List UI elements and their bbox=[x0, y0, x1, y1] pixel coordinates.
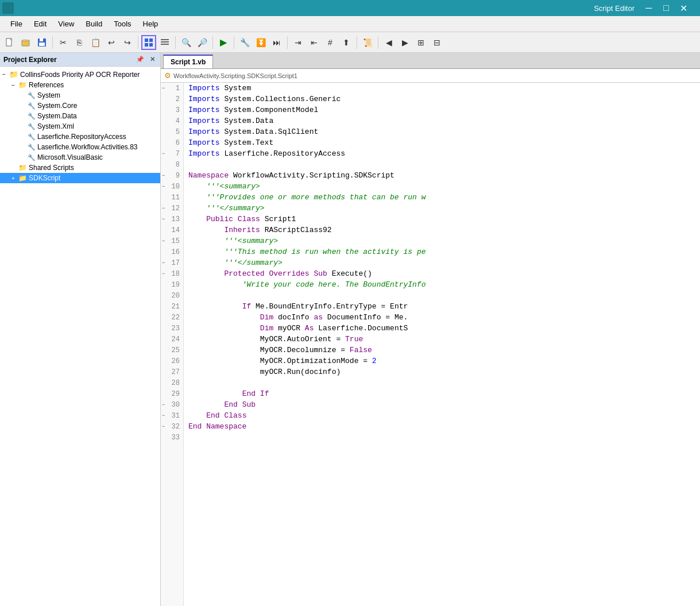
new-button[interactable] bbox=[2, 35, 17, 50]
code-line-5[interactable]: Imports System.Data.SqlClient bbox=[184, 126, 700, 137]
tree-label-laserfiche-workflow: Laserfiche.Workflow.Activities.83 bbox=[37, 143, 138, 151]
cut-button[interactable]: ✂ bbox=[56, 35, 71, 50]
line-15: −15 bbox=[161, 236, 183, 246]
line-19: 19 bbox=[161, 279, 183, 290]
outdent-button[interactable]: ⇤ bbox=[307, 35, 322, 50]
tree-label-microsoft-vb: Microsoft.VisualBasic bbox=[37, 153, 103, 161]
tree-toggle-sdkscript[interactable]: + bbox=[11, 175, 18, 182]
tab-script1[interactable]: Script 1.vb bbox=[163, 55, 213, 68]
code-line-4[interactable]: Imports System.Data bbox=[184, 115, 700, 126]
line-28: 28 bbox=[161, 377, 183, 388]
code-line-15[interactable]: '''<summary> bbox=[184, 236, 700, 246]
code-line-14[interactable]: Inherits RAScriptClass92 bbox=[184, 225, 700, 236]
line-22: 22 bbox=[161, 312, 183, 323]
nav-back-button[interactable]: ◀ bbox=[381, 35, 396, 50]
run-button[interactable]: ▶ bbox=[216, 35, 231, 50]
comment-button[interactable]: # bbox=[323, 35, 338, 50]
tree-icon-shared-scripts: 📁 bbox=[18, 164, 27, 172]
code-line-7[interactable]: Imports Laserfiche.RepositoryAccess bbox=[184, 148, 700, 159]
code-line-12[interactable]: '''</summary> bbox=[184, 203, 700, 214]
code-line-24[interactable]: MyOCR.AutoOrient = True bbox=[184, 334, 700, 345]
copy-button[interactable]: ⎘ bbox=[72, 35, 87, 50]
open-button[interactable] bbox=[18, 35, 33, 50]
code-line-9[interactable]: Namespace WorkflowActivity.Scripting.SDK… bbox=[184, 170, 700, 181]
code-line-23[interactable]: Dim myOCR As Laserfiche.DocumentS bbox=[184, 323, 700, 334]
tree-item-references[interactable]: − 📁 References bbox=[0, 80, 160, 90]
pe-close-button[interactable]: ✕ bbox=[148, 55, 157, 64]
code-line-17[interactable]: '''</summary> bbox=[184, 257, 700, 268]
code-line-32[interactable]: End Namespace bbox=[184, 421, 700, 432]
close-button[interactable]: ✕ bbox=[676, 1, 691, 16]
find-button[interactable]: 🔍 bbox=[179, 35, 194, 50]
code-line-19[interactable]: 'Write your code here. The BoundEntryInf… bbox=[184, 279, 700, 290]
code-line-27[interactable]: myOCR.Run(docinfo) bbox=[184, 366, 700, 377]
code-line-22[interactable]: Dim docInfo as DocumentInfo = Me. bbox=[184, 312, 700, 323]
line-6: 6 bbox=[161, 137, 183, 148]
nav-forward-button[interactable]: ▶ bbox=[397, 35, 412, 50]
find-replace-button[interactable]: 🔎 bbox=[195, 35, 210, 50]
code-line-3[interactable]: Imports System.ComponentModel bbox=[184, 105, 700, 115]
paste-button[interactable]: 📋 bbox=[88, 35, 103, 50]
code-line-21[interactable]: If Me.BoundEntryInfo.EntryType = Entr bbox=[184, 301, 700, 312]
tree-label-system-xml: System.Xml bbox=[37, 122, 74, 130]
uncomment-button[interactable]: ⬆ bbox=[339, 35, 354, 50]
menu-tools[interactable]: Tools bbox=[108, 17, 137, 30]
tree-item-system[interactable]: 🔧 System bbox=[0, 90, 160, 101]
line-1: −1 bbox=[161, 83, 183, 94]
code-line-29[interactable]: End If bbox=[184, 388, 700, 399]
pe-pin-button[interactable]: 📌 bbox=[134, 55, 146, 64]
minimize-button[interactable]: ─ bbox=[641, 1, 656, 16]
code-line-18[interactable]: Protected Overrides Sub Execute() bbox=[184, 268, 700, 279]
code-line-1[interactable]: Imports System bbox=[184, 83, 700, 94]
menu-help[interactable]: Help bbox=[137, 17, 164, 30]
menu-edit[interactable]: Edit bbox=[28, 17, 52, 30]
code-line-25[interactable]: MyOCR.Decolumnize = False bbox=[184, 345, 700, 356]
code-line-11[interactable]: '''Provides one or more methods that can… bbox=[184, 192, 700, 203]
extra2-button[interactable]: ⊟ bbox=[430, 35, 444, 50]
tree-item-laserfiche-repo[interactable]: 🔧 Laserfiche.RepositoryAccess bbox=[0, 132, 160, 142]
toolbar: ✂ ⎘ 📋 ↩ ↪ 🔍 🔎 ▶ 🔧 ⏬ ⏭ ⇥ ⇤ # ⬆ 📜 ◀ ▶ ⊞ ⊟ bbox=[0, 32, 700, 53]
tree-item-shared-scripts[interactable]: 📁 Shared Scripts bbox=[0, 163, 160, 173]
tree-item-root[interactable]: − 📁 CollinsFoods Priority AP OCR Reporte… bbox=[0, 69, 160, 80]
redo-button[interactable]: ↪ bbox=[120, 35, 135, 50]
code-content[interactable]: Imports System Imports System.Collection… bbox=[184, 83, 700, 606]
code-editor[interactable]: −1 2 3 4 5 6 −7 8 −9 −10 11 −12 −13 14 −… bbox=[161, 83, 700, 606]
maximize-button[interactable]: □ bbox=[659, 1, 674, 16]
line-17: −17 bbox=[161, 257, 183, 268]
line-27: 27 bbox=[161, 366, 183, 377]
code-line-33[interactable] bbox=[184, 432, 700, 443]
code-line-30[interactable]: End Sub bbox=[184, 399, 700, 410]
tree-item-laserfiche-workflow[interactable]: 🔧 Laserfiche.Workflow.Activities.83 bbox=[0, 142, 160, 152]
undo-button[interactable]: ↩ bbox=[104, 35, 119, 50]
tree-item-system-core[interactable]: 🔧 System.Core bbox=[0, 101, 160, 111]
code-line-13[interactable]: Public Class Script1 bbox=[184, 214, 700, 225]
tree-item-microsoft-vb[interactable]: 🔧 Microsoft.VisualBasic bbox=[0, 152, 160, 163]
tree-toggle-root[interactable]: − bbox=[2, 71, 9, 78]
code-line-6[interactable]: Imports System.Text bbox=[184, 137, 700, 148]
code-line-16[interactable]: '''This method is run when the activity … bbox=[184, 246, 700, 257]
code-line-2[interactable]: Imports System.Collections.Generic bbox=[184, 94, 700, 105]
tree-item-sdkscript[interactable]: + 📁 SDKScript bbox=[0, 173, 160, 183]
script-button[interactable]: 📜 bbox=[360, 35, 375, 50]
code-line-10[interactable]: '''<summary> bbox=[184, 181, 700, 192]
save-button[interactable] bbox=[34, 35, 49, 50]
tree-item-system-data[interactable]: 🔧 System.Data bbox=[0, 111, 160, 121]
extra1-button[interactable]: ⊞ bbox=[413, 35, 428, 50]
view-toggle-button[interactable] bbox=[141, 35, 156, 50]
code-line-28[interactable] bbox=[184, 377, 700, 388]
debug-button[interactable]: 🔧 bbox=[237, 35, 252, 50]
code-line-31[interactable]: End Class bbox=[184, 410, 700, 421]
menu-build[interactable]: Build bbox=[80, 17, 108, 30]
menu-file[interactable]: File bbox=[5, 17, 28, 30]
menu-view[interactable]: View bbox=[52, 17, 80, 30]
code-line-8[interactable] bbox=[184, 159, 700, 170]
step-over-button[interactable]: ⏭ bbox=[269, 35, 284, 50]
tree-item-system-xml[interactable]: 🔧 System.Xml bbox=[0, 121, 160, 132]
tree-toggle-references[interactable]: − bbox=[11, 82, 18, 88]
title-bar: Script Editor ─ □ ✕ bbox=[0, 0, 700, 16]
indent-button[interactable]: ⇥ bbox=[291, 35, 305, 50]
code-line-20[interactable] bbox=[184, 290, 700, 301]
code-line-26[interactable]: MyOCR.OptimizationMode = 2 bbox=[184, 356, 700, 366]
list-view-button[interactable] bbox=[157, 35, 172, 50]
step-into-button[interactable]: ⏬ bbox=[253, 35, 268, 50]
